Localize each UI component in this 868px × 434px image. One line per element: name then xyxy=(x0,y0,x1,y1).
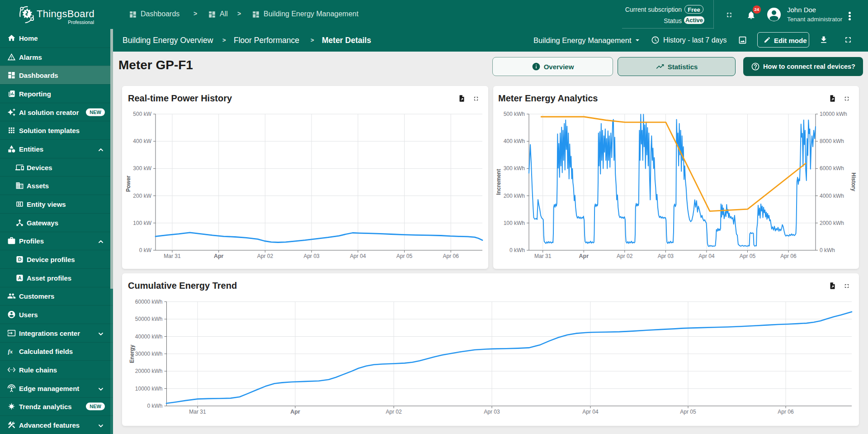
svg-text:Apr 03: Apr 03 xyxy=(484,409,500,415)
svg-text:Apr 06: Apr 06 xyxy=(780,253,797,259)
svg-text:Apr 05: Apr 05 xyxy=(396,253,413,259)
svg-text:Apr 05: Apr 05 xyxy=(740,253,756,259)
svg-text:100 kWh: 100 kWh xyxy=(504,220,525,226)
svg-text:0 kWh: 0 kWh xyxy=(147,403,162,409)
svg-text:Apr 03: Apr 03 xyxy=(658,253,674,259)
svg-text:0 kW: 0 kW xyxy=(139,247,152,253)
svg-text:Mar 31: Mar 31 xyxy=(189,409,206,415)
svg-text:Apr 02: Apr 02 xyxy=(386,409,402,415)
svg-text:Energy: Energy xyxy=(129,344,135,363)
svg-text:10000 kWh: 10000 kWh xyxy=(820,111,847,117)
svg-text:A: A xyxy=(18,276,22,281)
svg-text:Apr 02: Apr 02 xyxy=(617,253,633,259)
svg-text:Increment: Increment xyxy=(495,169,502,195)
svg-text:50000 kWh: 50000 kWh xyxy=(135,316,163,322)
svg-text:20000 kWh: 20000 kWh xyxy=(135,368,163,374)
svg-text:Apr 04: Apr 04 xyxy=(698,253,715,259)
svg-text:500 kW: 500 kW xyxy=(133,111,151,117)
svg-text:400 kWh: 400 kWh xyxy=(504,138,525,144)
svg-text:Mar 31: Mar 31 xyxy=(534,253,552,259)
svg-text:0 kWh: 0 kWh xyxy=(820,247,835,253)
svg-text:Power: Power xyxy=(125,176,132,192)
svg-text:300 kWh: 300 kWh xyxy=(504,165,525,172)
svg-text:40000 kWh: 40000 kWh xyxy=(135,334,163,340)
svg-text:Mar 31: Mar 31 xyxy=(164,253,181,259)
svg-text:Apr 04: Apr 04 xyxy=(582,409,599,415)
svg-text:Apr 05: Apr 05 xyxy=(680,409,696,415)
svg-text:200 kWh: 200 kWh xyxy=(504,193,525,199)
svg-text:400 kW: 400 kW xyxy=(133,138,151,144)
svg-text:Apr 06: Apr 06 xyxy=(778,409,794,415)
svg-text:Apr 02: Apr 02 xyxy=(257,253,274,259)
svg-text:Apr: Apr xyxy=(290,409,300,415)
svg-text:4000 kWh: 4000 kWh xyxy=(820,193,844,199)
svg-text:2000 kWh: 2000 kWh xyxy=(820,220,844,226)
svg-text:100 kW: 100 kW xyxy=(133,220,151,226)
svg-text:10000 kWh: 10000 kWh xyxy=(135,386,163,392)
svg-text:Apr 06: Apr 06 xyxy=(443,253,459,259)
svg-text:History: History xyxy=(850,172,857,191)
svg-text:30000 kWh: 30000 kWh xyxy=(135,351,163,357)
svg-text:D: D xyxy=(18,257,21,262)
svg-text:Apr 04: Apr 04 xyxy=(350,253,366,259)
svg-text:Apr: Apr xyxy=(214,253,224,259)
svg-text:60000 kWh: 60000 kWh xyxy=(135,299,163,305)
svg-text:500 kWh: 500 kWh xyxy=(504,111,525,117)
svg-text:Apr 03: Apr 03 xyxy=(303,253,320,259)
svg-text:8000 kWh: 8000 kWh xyxy=(820,138,844,144)
svg-text:200 kW: 200 kW xyxy=(133,193,151,199)
svg-text:300 kW: 300 kW xyxy=(133,165,151,172)
svg-text:6000 kWh: 6000 kWh xyxy=(820,165,844,172)
svg-text:fx: fx xyxy=(8,348,13,355)
svg-text:Apr: Apr xyxy=(579,253,589,259)
svg-text:0 kWh: 0 kWh xyxy=(509,247,525,253)
